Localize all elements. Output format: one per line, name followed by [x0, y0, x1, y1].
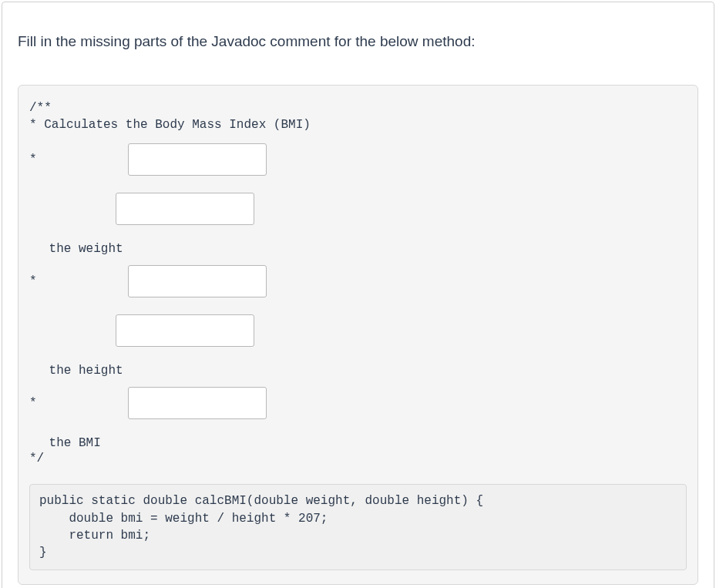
star-3: *: [29, 396, 128, 410]
method-line-3: return bmi;: [39, 527, 677, 544]
star-2: *: [29, 274, 128, 288]
method-line-4: }: [39, 544, 677, 561]
blank-row-2: [116, 193, 687, 225]
method-block: public static double calcBMI(double weig…: [29, 484, 687, 570]
blank-row-4: [116, 314, 687, 347]
blank-input-3[interactable]: [128, 265, 267, 297]
blank-input-2[interactable]: [116, 193, 254, 225]
code-panel: /** * Calculates the Body Mass Index (BM…: [18, 85, 698, 585]
blank-input-1[interactable]: [128, 143, 267, 176]
star-1: *: [29, 153, 128, 166]
blank-row-1: *: [29, 143, 687, 176]
question-title: Fill in the missing parts of the Javadoc…: [18, 33, 698, 50]
weight-label: the weight: [42, 242, 687, 256]
question-container: Fill in the missing parts of the Javadoc…: [2, 2, 714, 588]
height-label: the height: [42, 364, 687, 378]
javadoc-desc: * Calculates the Body Mass Index (BMI): [29, 116, 687, 133]
blank-input-4[interactable]: [116, 314, 254, 347]
bmi-label: the BMI: [42, 436, 687, 450]
javadoc-close: */: [29, 450, 687, 467]
blank-row-5: *: [29, 387, 687, 419]
javadoc-open: /**: [29, 99, 687, 116]
blank-row-3: *: [29, 265, 687, 297]
method-line-1: public static double calcBMI(double weig…: [39, 492, 677, 509]
blank-input-5[interactable]: [128, 387, 267, 419]
method-line-2: double bmi = weight / height * 207;: [39, 510, 677, 527]
